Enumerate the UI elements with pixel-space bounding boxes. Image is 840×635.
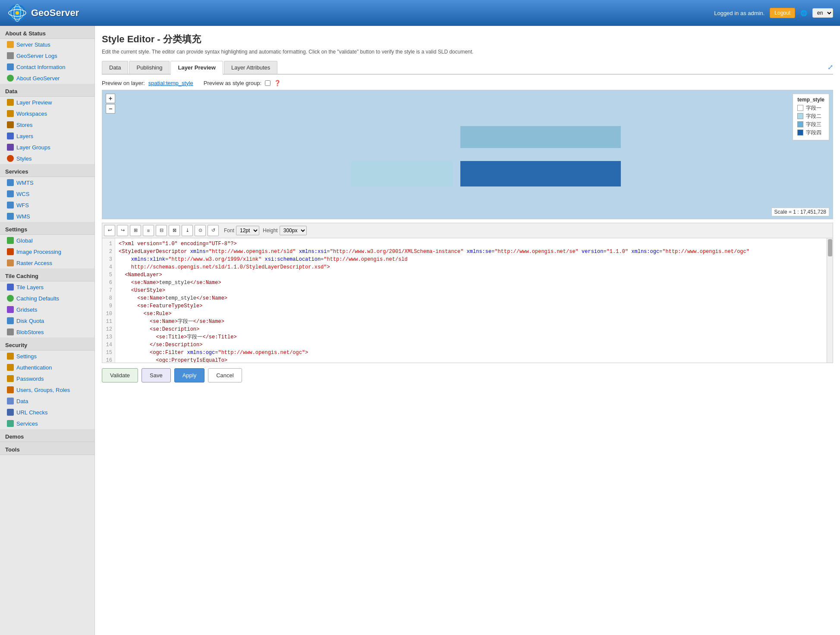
legend-title: temp_style [797, 97, 824, 103]
sidebar-item-url-checks[interactable]: URL Checks [0, 407, 94, 418]
expand-icon[interactable]: ⤢ [827, 63, 833, 71]
sidebar-item-users--groups--roles[interactable]: Users, Groups, Roles [0, 384, 94, 395]
redo-button[interactable]: ↪ [117, 225, 128, 236]
legend-swatch-4 [797, 130, 803, 136]
sidebar-item-label: Styles [16, 155, 31, 162]
sidebar-item-raster-access[interactable]: Raster Access [0, 257, 94, 269]
import-button[interactable]: ⤓ [182, 225, 193, 236]
insert-button[interactable]: ⊞ [130, 225, 141, 236]
sidebar-section-tile-caching: Tile Caching [0, 269, 94, 281]
undo-button[interactable]: ↩ [104, 225, 115, 236]
sidebar-item-server-status[interactable]: Server Status [0, 39, 94, 50]
gridsets-icon [7, 306, 14, 313]
sidebar-item-services[interactable]: Services [0, 418, 94, 429]
geoserver-logo-icon [7, 3, 28, 23]
sidebar-section-security: Security [0, 338, 94, 351]
legend-swatch-3 [797, 121, 803, 127]
sidebar-item-tile-layers[interactable]: Tile Layers [0, 281, 94, 293]
legend-label-1: 字段一 [806, 104, 821, 112]
sidebar-item-wmts[interactable]: WMTS [0, 177, 94, 188]
logout-button[interactable]: Logout [770, 8, 795, 18]
tab-layer-preview[interactable]: Layer Preview [170, 61, 223, 75]
sidebar-item-workspaces[interactable]: Workspaces [0, 108, 94, 119]
sidebar-item-label: GeoServer Logs [16, 53, 57, 59]
sidebar-item-layer-groups[interactable]: Layer Groups [0, 142, 94, 153]
legend-label-4: 字段四 [806, 129, 821, 136]
cancel-button[interactable]: Cancel [208, 368, 242, 382]
layers-icon [7, 133, 14, 139]
refresh-button[interactable]: ↺ [208, 225, 219, 236]
validate-button[interactable]: Validate [102, 368, 138, 382]
sidebar-item-data[interactable]: Data [0, 395, 94, 407]
sidebar-item-wms[interactable]: WMS [0, 211, 94, 222]
sidebar-item-stores[interactable]: Stores [0, 119, 94, 130]
code-content[interactable]: <?xml version="1.0" encoding="UTF-8"?> <… [115, 238, 827, 363]
code-editor[interactable]: 12345 678910 1112131415 1617181920 2122 … [102, 238, 833, 363]
sidebar-item-label: Services [16, 420, 38, 427]
style-group-checkbox[interactable] [265, 80, 271, 86]
sidebar-item-settings[interactable]: Settings [0, 351, 94, 362]
sidebar-item-label: Authentication [16, 364, 52, 371]
about-icon [7, 75, 14, 82]
sidebar-item-about-geoserver[interactable]: About GeoServer [0, 73, 94, 84]
editor-scrollbar[interactable] [827, 238, 833, 363]
color-button[interactable]: ⊙ [195, 225, 206, 236]
format-button[interactable]: ≡ [143, 225, 154, 236]
sidebar-item-authentication[interactable]: Authentication [0, 362, 94, 373]
sidebar-item-label: WMTS [16, 180, 34, 186]
sidebar-item-image-processing[interactable]: Image Processing [0, 246, 94, 257]
legend-swatch-1 [797, 105, 803, 111]
sidebar-item-wcs[interactable]: WCS [0, 188, 94, 199]
global-icon [7, 237, 14, 244]
sidebar-item-label: BlobStores [16, 329, 44, 335]
preview-layer-link[interactable]: spatial:temp_style [148, 80, 193, 86]
layer-groups-icon [7, 144, 14, 151]
content-area: Style Editor - 分类填充 Edit the current sty… [95, 26, 840, 635]
sidebar-item-contact-information[interactable]: Contact Information [0, 61, 94, 73]
sidebar-item-wfs[interactable]: WFS [0, 199, 94, 211]
sidebar-item-disk-quota[interactable]: Disk Quota [0, 315, 94, 326]
symbol-button[interactable]: ⊠ [169, 225, 180, 236]
table-button[interactable]: ⊟ [156, 225, 167, 236]
tab-data[interactable]: Data [102, 61, 128, 74]
sidebar-item-styles[interactable]: Styles [0, 153, 94, 164]
font-select[interactable]: 12pt 10pt 14pt [236, 226, 259, 235]
workspaces-icon [7, 110, 14, 117]
sidebar-item-label: Layer Preview [16, 99, 52, 106]
scale-indicator: Scale = 1 : 17,451,728 [771, 208, 829, 216]
sidebar-section-data: Data [0, 84, 94, 97]
sidebar-item-label: Workspaces [16, 111, 47, 117]
language-select[interactable]: en [812, 8, 833, 18]
sidebar-item-gridsets[interactable]: Gridsets [0, 304, 94, 315]
sidebar-item-caching-defaults[interactable]: Caching Defaults [0, 293, 94, 304]
sidebar-item-label: WMS [16, 213, 30, 220]
height-select[interactable]: 300px 400px 500px [280, 226, 307, 235]
legend-swatch-2 [797, 113, 803, 119]
map-preview-area: + − temp_style 字段一 [102, 90, 833, 219]
scrollbar-thumb[interactable] [828, 239, 832, 256]
sidebar-item-geoserver-logs[interactable]: GeoServer Logs [0, 50, 94, 61]
logo-area: GeoServer [7, 3, 79, 23]
editor-toolbar: ↩ ↪ ⊞ ≡ ⊟ ⊠ ⤓ ⊙ ↺ Font 12pt 10pt 14pt He… [102, 223, 833, 238]
sidebar-item-label: Server Status [16, 41, 50, 48]
sidebar-item-label: Caching Defaults [16, 295, 59, 302]
logged-in-text: Logged in as admin. [714, 10, 764, 16]
help-icon[interactable]: ❓ [274, 80, 281, 86]
save-button[interactable]: Save [142, 368, 171, 382]
sidebar-item-passwords[interactable]: Passwords [0, 373, 94, 384]
sidebar-item-label: Contact Information [16, 64, 65, 70]
sidebar-item-blobstores[interactable]: BlobStores [0, 326, 94, 338]
sidebar-item-layer-preview[interactable]: Layer Preview [0, 97, 94, 108]
tab-layer-attributes[interactable]: Layer Attributes [224, 61, 277, 74]
sidebar-item-global[interactable]: Global [0, 235, 94, 246]
sidebar-item-label: Raster Access [16, 260, 52, 266]
tile-layers-icon [7, 284, 14, 291]
line-numbers: 12345 678910 1112131415 1617181920 2122 [102, 238, 115, 363]
apply-button[interactable]: Apply [174, 368, 205, 382]
passwords-icon [7, 375, 14, 382]
sidebar-section-tools: Tools [0, 442, 94, 455]
sidebar-item-layers[interactable]: Layers [0, 130, 94, 142]
tabs-bar: Data Publishing Layer Preview Layer Attr… [102, 61, 833, 75]
tab-publishing[interactable]: Publishing [129, 61, 170, 74]
action-buttons: Validate Save Apply Cancel [102, 363, 833, 388]
